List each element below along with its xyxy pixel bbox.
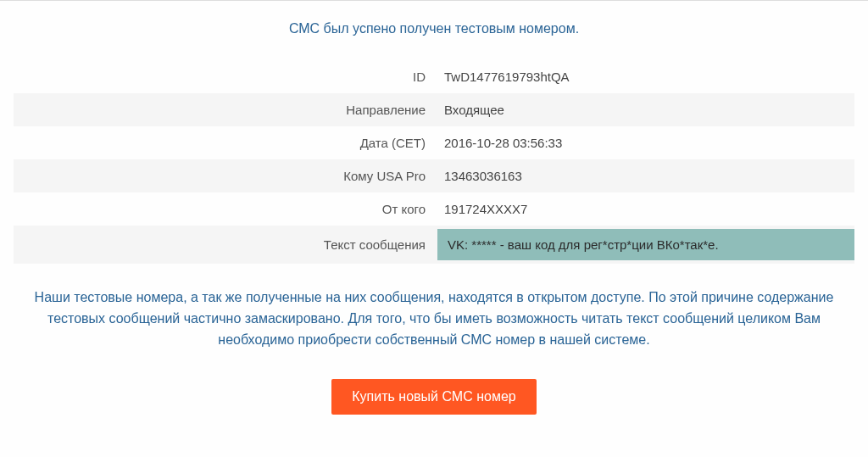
sms-detail-table: ID TwD1477619793htQA Направление Входяще… [14, 60, 854, 264]
value-date: 2016-10-28 03:56:33 [437, 126, 854, 159]
sms-detail-panel: СМС был успено получен тестовым номером.… [0, 0, 868, 415]
row-date: Дата (CET) 2016-10-28 03:56:33 [14, 126, 854, 159]
value-direction: Входящее [437, 93, 854, 126]
value-message-text: VK: ***** - ваш код для рег*стр*ции ВКо*… [437, 229, 854, 260]
masking-notice: Наши тестовые номера, а так же полученны… [14, 287, 854, 350]
label-date: Дата (CET) [14, 126, 437, 159]
label-id: ID [14, 60, 437, 93]
label-to: Кому USA Pro [14, 159, 437, 192]
value-from: 191724XXXX7 [437, 192, 854, 226]
row-to: Кому USA Pro 13463036163 [14, 159, 854, 192]
value-id: TwD1477619793htQA [437, 60, 854, 93]
row-id: ID TwD1477619793htQA [14, 60, 854, 93]
label-message-text: Текст сообщения [14, 226, 437, 264]
value-message-text-cell: VK: ***** - ваш код для рег*стр*ции ВКо*… [437, 226, 854, 264]
label-from: От кого [14, 192, 437, 226]
success-message: СМС был успено получен тестовым номером. [14, 21, 854, 36]
label-direction: Направление [14, 93, 437, 126]
value-to: 13463036163 [437, 159, 854, 192]
buy-button-container: Купить новый СМС номер [14, 379, 854, 415]
row-direction: Направление Входящее [14, 93, 854, 126]
buy-sms-number-button[interactable]: Купить новый СМС номер [331, 379, 536, 415]
row-message-text: Текст сообщения VK: ***** - ваш код для … [14, 226, 854, 264]
row-from: От кого 191724XXXX7 [14, 192, 854, 226]
